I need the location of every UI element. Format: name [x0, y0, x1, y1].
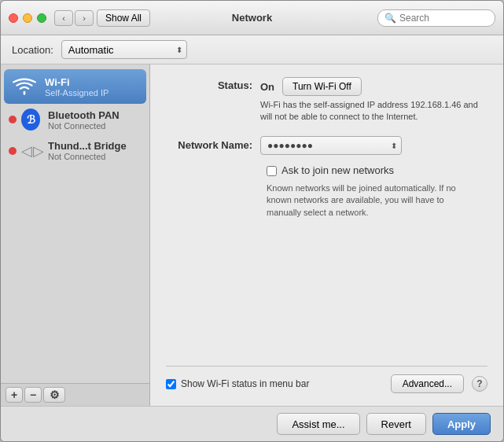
search-icon: 🔍	[384, 13, 396, 24]
wifi-item-text: Wi-Fi Self-Assigned IP	[45, 76, 109, 98]
maximize-button[interactable]	[37, 13, 46, 23]
back-button[interactable]: ‹	[54, 10, 73, 26]
thunderbolt-icon: ◁▷	[21, 142, 44, 160]
ask-join-row: Ask to join new networks	[166, 164, 487, 176]
window-footer: Assist me... Revert Apply	[1, 406, 503, 441]
add-button[interactable]: +	[6, 387, 23, 403]
status-value: On	[260, 81, 274, 93]
apply-button[interactable]: Apply	[432, 413, 491, 435]
turn-wifi-off-button[interactable]: Turn Wi-Fi Off	[282, 77, 362, 96]
revert-button[interactable]: Revert	[366, 413, 426, 435]
show-wifi-checkbox[interactable]	[166, 379, 176, 389]
show-all-button[interactable]: Show All	[97, 9, 150, 27]
sidebar-item-bluetooth-pan[interactable]: ℬ Bluetooth PAN Not Connected	[1, 104, 149, 135]
bluetooth-item-text: Bluetooth PAN Not Connected	[48, 109, 120, 131]
network-name-label: Network Name:	[166, 139, 260, 151]
location-select-wrapper: Automatic Edit Locations... ⬍	[61, 40, 187, 59]
sidebar-list: Wi-Fi Self-Assigned IP ℬ Bluetooth PAN N…	[1, 64, 149, 383]
status-line: On Turn Wi-Fi Off	[260, 77, 487, 96]
show-wifi-row: Show Wi-Fi status in menu bar	[166, 378, 309, 389]
sidebar-item-wifi[interactable]: Wi-Fi Self-Assigned IP	[4, 69, 146, 104]
bottom-actions: Show Wi-Fi status in menu bar Advanced..…	[166, 366, 487, 393]
ask-join-description: Known networks will be joined automatica…	[166, 182, 465, 219]
status-description: Wi-Fi has the self-assigned IP address 1…	[260, 99, 480, 123]
content-area: Wi-Fi Self-Assigned IP ℬ Bluetooth PAN N…	[1, 64, 503, 406]
network-name-row: Network Name: ●●●●●●●● ⬍	[166, 136, 487, 155]
status-dot-red	[9, 116, 17, 123]
location-label: Location:	[12, 44, 53, 56]
ask-join-checkbox[interactable]	[267, 166, 277, 176]
window-title: Network	[232, 12, 272, 24]
bluetooth-item-name: Bluetooth PAN	[48, 109, 120, 121]
gear-button[interactable]: ⚙	[43, 387, 65, 403]
thunderbolt-item-text: Thund...t Bridge Not Connected	[48, 140, 127, 161]
remove-button[interactable]: −	[24, 387, 42, 403]
bluetooth-item-sub: Not Connected	[48, 121, 120, 131]
traffic-lights	[9, 13, 46, 23]
location-select[interactable]: Automatic Edit Locations...	[61, 40, 187, 59]
gear-icon: ⚙	[50, 389, 60, 401]
sidebar-footer: + − ⚙	[1, 383, 149, 406]
status-dot-red-2	[9, 147, 17, 155]
help-button[interactable]: ?	[472, 376, 487, 392]
network-window: ‹ › Show All Network 🔍 Location: Automat…	[0, 0, 504, 442]
wifi-item-sub: Self-Assigned IP	[45, 88, 109, 98]
advanced-button[interactable]: Advanced...	[391, 374, 464, 393]
bluetooth-icon: ℬ	[21, 109, 40, 131]
main-panel: Status: On Turn Wi-Fi Off Wi-Fi has the …	[150, 64, 503, 406]
show-wifi-label[interactable]: Show Wi-Fi status in menu bar	[181, 378, 309, 389]
location-toolbar: Location: Automatic Edit Locations... ⬍	[1, 35, 503, 64]
search-bar[interactable]: 🔍	[377, 9, 495, 27]
assist-me-button[interactable]: Assist me...	[277, 413, 359, 435]
title-bar: ‹ › Show All Network 🔍	[1, 1, 503, 35]
status-info: On Turn Wi-Fi Off Wi-Fi has the self-ass…	[260, 77, 487, 123]
ask-join-label[interactable]: Ask to join new networks	[281, 164, 394, 176]
network-name-select-wrapper: ●●●●●●●● ⬍	[260, 136, 402, 155]
thunderbolt-item-sub: Not Connected	[48, 152, 127, 161]
forward-button[interactable]: ›	[75, 10, 94, 26]
thunderbolt-item-name: Thund...t Bridge	[48, 140, 127, 152]
wifi-item-name: Wi-Fi	[45, 76, 109, 88]
search-input[interactable]	[399, 13, 488, 24]
minimize-button[interactable]	[23, 13, 32, 23]
nav-buttons: ‹ ›	[54, 10, 94, 26]
network-name-select[interactable]: ●●●●●●●●	[260, 136, 402, 155]
sidebar-item-thunderbolt[interactable]: ◁▷ Thund...t Bridge Not Connected	[1, 135, 149, 166]
close-button[interactable]	[9, 13, 18, 23]
wifi-icon	[12, 74, 37, 99]
status-row: Status: On Turn Wi-Fi Off Wi-Fi has the …	[166, 77, 487, 123]
status-label: Status:	[166, 79, 260, 91]
sidebar: Wi-Fi Self-Assigned IP ℬ Bluetooth PAN N…	[1, 64, 150, 406]
